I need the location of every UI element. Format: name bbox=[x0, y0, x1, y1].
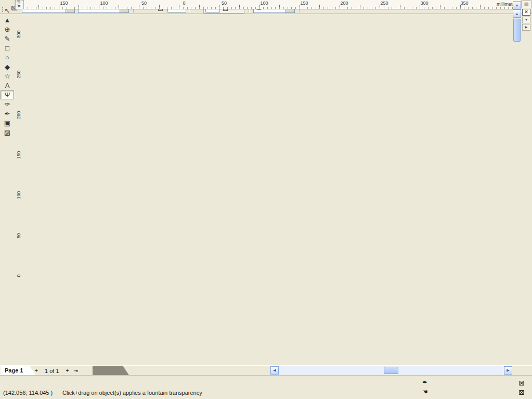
fill-none-icon: ⊠ bbox=[518, 379, 525, 387]
scroll-down-button[interactable]: ▼ bbox=[513, 1, 521, 9]
scroll-up-button[interactable]: ▲ bbox=[513, 9, 521, 18]
palette-scroll-down-button[interactable]: ▼ bbox=[522, 17, 530, 23]
horizontal-ruler[interactable]: 15010050050100150200250300350 millimeter… bbox=[24, 0, 521, 9]
ruler-label: 0 bbox=[16, 271, 21, 281]
shape-tool[interactable]: ▲ bbox=[1, 16, 14, 24]
outline-none-icon: ⊠ bbox=[518, 388, 525, 396]
last-page-button[interactable]: ⇥ bbox=[72, 368, 80, 374]
page-tab-border bbox=[93, 366, 129, 375]
ruler-label: 150 bbox=[58, 1, 70, 6]
add-page-after-button[interactable]: + bbox=[63, 368, 72, 374]
ruler-label: 350 bbox=[459, 1, 470, 6]
vertical-scroll-thumb[interactable] bbox=[513, 19, 521, 42]
ruler-label: 50 bbox=[138, 1, 150, 6]
fill-tool[interactable]: ▣ bbox=[1, 119, 14, 127]
pointer-icon: ☚ bbox=[422, 388, 428, 395]
polygon-tool[interactable]: ◆ bbox=[1, 62, 14, 71]
ruler-label: 200 bbox=[339, 1, 350, 6]
interactive-transparency-tool[interactable]: Ψ bbox=[1, 91, 14, 99]
outline-tool[interactable]: ✒ bbox=[1, 109, 14, 118]
ruler-label: 150 bbox=[16, 150, 21, 160]
horizontal-scroll-thumb[interactable] bbox=[384, 367, 398, 374]
eyedropper-tool[interactable]: ✑ bbox=[1, 100, 14, 109]
palette-flyout-button[interactable]: ▶ bbox=[522, 24, 530, 31]
tool-icon: Ψ bbox=[5, 91, 10, 99]
page-count-label: 1 of 1 bbox=[45, 368, 59, 374]
ruler-label: 0 bbox=[178, 1, 190, 6]
tool-icon: ○ bbox=[5, 54, 9, 61]
tool-icon: ✑ bbox=[5, 100, 10, 108]
tool-icon: ▲ bbox=[4, 16, 11, 24]
tool-icon: ⊕ bbox=[5, 25, 10, 33]
ruler-label: 100 bbox=[98, 1, 110, 6]
tool-icon: ☆ bbox=[4, 72, 10, 80]
bottom-bar: ⇤ + 1 of 1 + ⇥ Page 1 ◀ ▶ bbox=[0, 365, 532, 376]
scroll-right-button[interactable]: ▶ bbox=[504, 366, 512, 375]
tool-icon: ✎ bbox=[5, 35, 10, 43]
cursor-coordinates: (142.056; 114.045 ) bbox=[3, 390, 53, 396]
tool-icon: ▨ bbox=[4, 128, 10, 136]
tool-icon: □ bbox=[5, 44, 9, 52]
coreldraw-window: ✦ CorelDRAW 11 - [Graphic1] – ❐ ✕ ✦ File… bbox=[0, 0, 532, 399]
pick-tool[interactable]: ↖ bbox=[1, 6, 14, 15]
text-tool[interactable]: A bbox=[1, 81, 14, 90]
zoom-tool[interactable]: ⊕ bbox=[1, 25, 14, 34]
horizontal-scrollbar[interactable]: ◀ ▶ bbox=[270, 366, 512, 375]
tool-icon: A bbox=[5, 82, 10, 89]
ruler-label: 250 bbox=[16, 69, 21, 80]
ellipse-tool[interactable]: ○ bbox=[1, 53, 14, 62]
ruler-label: 50 bbox=[16, 230, 21, 241]
ruler-label: 150 bbox=[299, 1, 310, 6]
tool-icon: ↖ bbox=[5, 7, 10, 15]
outline-pen-icon: ✒ bbox=[422, 379, 427, 386]
ruler-label: 300 bbox=[419, 1, 430, 6]
status-bar: (142.056; 114.045 ) Click+drag on object… bbox=[0, 375, 532, 399]
tool-icon: ✒ bbox=[5, 110, 10, 118]
freehand-tool[interactable]: ✎ bbox=[1, 34, 14, 43]
ruler-label: 100 bbox=[16, 190, 21, 200]
ruler-label: 50 bbox=[218, 1, 230, 6]
toolbox: ↖ ▲ ⊕ ✎ □ ○ ◆ ☆ A Ψ ✑ ✒ bbox=[0, 0, 15, 6]
scroll-left-button[interactable]: ◀ bbox=[270, 366, 279, 375]
rectangle-tool[interactable]: □ bbox=[1, 44, 14, 53]
ruler-label: 300 bbox=[16, 29, 21, 40]
tool-icon: ◆ bbox=[5, 63, 10, 71]
ruler-units-label: millimeters bbox=[16, 0, 21, 7]
ruler-label: 250 bbox=[379, 1, 390, 6]
no-color-swatch[interactable]: ✕ bbox=[522, 9, 530, 16]
ruler-label: 100 bbox=[258, 1, 270, 6]
status-hint: Click+drag on object(s) applies a founta… bbox=[62, 390, 202, 396]
ruler-label: 200 bbox=[16, 110, 21, 120]
basic-shapes-tool[interactable]: ☆ bbox=[1, 72, 14, 81]
interactive-fill-tool[interactable]: ▨ bbox=[1, 128, 14, 137]
tool-icon: ▣ bbox=[4, 119, 10, 127]
palette-options-button[interactable]: ▥ bbox=[521, 1, 531, 8]
